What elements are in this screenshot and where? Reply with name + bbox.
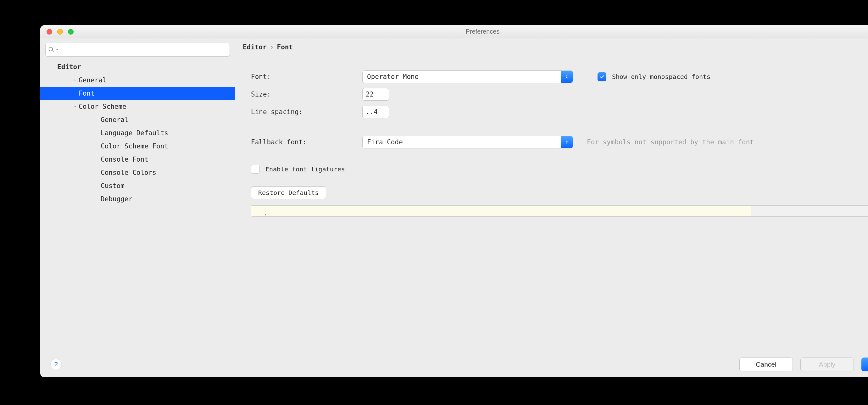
sidebar-item-cs-custom[interactable]: Custom	[40, 179, 235, 192]
window-title: Preferences	[466, 28, 500, 35]
sidebar-item-color-scheme[interactable]: Color Scheme	[40, 100, 235, 113]
ok-button[interactable]: OK	[861, 357, 868, 371]
mono-only-checkbox[interactable]	[597, 72, 606, 81]
fallback-font-select[interactable]: Fira Code	[362, 136, 573, 148]
line-spacing-input[interactable]: ..4	[362, 106, 389, 118]
chevron-down-icon[interactable]	[55, 48, 59, 52]
fallback-hint: For symbols not supported by the main fo…	[587, 138, 754, 146]
search-input[interactable]	[45, 43, 230, 57]
zoom-icon[interactable]	[68, 29, 73, 35]
ligatures-checkbox[interactable]	[251, 165, 260, 174]
minimize-icon[interactable]	[57, 29, 63, 35]
apply-button[interactable]: Apply	[800, 357, 854, 371]
sidebar-item-cs-font[interactable]: Color Scheme Font	[40, 139, 235, 153]
search-icon	[48, 46, 54, 53]
separator	[251, 182, 868, 182]
sidebar-item-cs-language-defaults[interactable]: Language Defaults	[40, 126, 235, 139]
font-select[interactable]: Operator Mono	[362, 70, 573, 83]
sidebar-item-cs-console-font[interactable]: Console Font	[40, 153, 235, 166]
label-size: Size:	[251, 91, 355, 98]
restore-defaults-button[interactable]: Restore Defaults	[251, 186, 326, 199]
sidebar: Editor General Font	[40, 38, 235, 351]
preview-gutter	[251, 206, 751, 216]
breadcrumb: Editor › Font	[235, 38, 868, 53]
preview-scrollbar[interactable]: ▬	[751, 206, 868, 216]
breadcrumb-root[interactable]: Editor	[243, 43, 267, 51]
sidebar-item-font[interactable]: Font	[40, 87, 235, 100]
settings-tree: Editor General Font	[40, 59, 235, 351]
close-icon[interactable]	[46, 29, 52, 35]
sidebar-item-editor[interactable]: Editor	[40, 60, 235, 73]
sidebar-item-cs-console-colors[interactable]: Console Colors	[40, 166, 235, 179]
titlebar: Preferences	[40, 25, 868, 38]
chevron-right-icon: ›	[270, 43, 274, 51]
updown-icon	[561, 136, 573, 148]
preferences-window: Preferences Editor	[40, 25, 868, 377]
chevron-right-icon	[72, 78, 79, 82]
mono-only-label: Show only monospaced fonts	[612, 73, 710, 81]
label-line-spacing: Line spacing:	[251, 108, 355, 116]
breadcrumb-leaf: Font	[277, 43, 293, 51]
ligatures-label: Enable font ligatures	[266, 165, 345, 173]
sidebar-item-cs-debugger[interactable]: Debugger	[40, 192, 235, 206]
label-fallback-font: Fallback font:	[251, 138, 355, 146]
sidebar-item-general[interactable]: General	[40, 73, 235, 87]
updown-icon	[561, 71, 573, 83]
size-input[interactable]: 22	[362, 88, 389, 101]
dialog-footer: ? Cancel Apply OK	[40, 351, 868, 377]
cancel-button[interactable]: Cancel	[739, 357, 793, 371]
help-button[interactable]: ?	[50, 359, 62, 370]
sidebar-item-cs-general[interactable]: General	[40, 113, 235, 126]
label-font: Font:	[251, 73, 355, 81]
chevron-down-icon	[72, 105, 79, 108]
font-preview: ▬	[251, 205, 868, 217]
